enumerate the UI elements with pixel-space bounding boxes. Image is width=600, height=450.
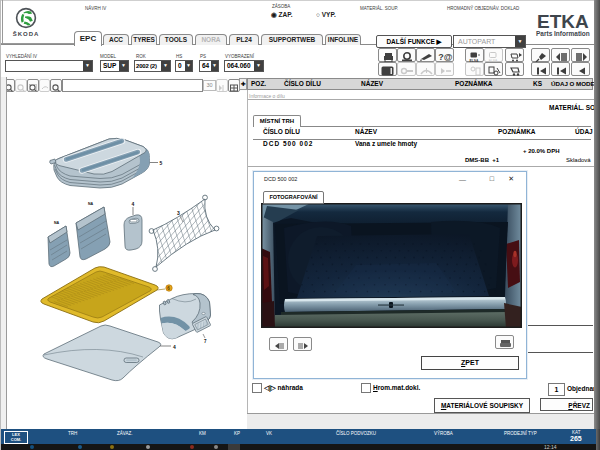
svg-text:?@: ?@ [438,52,452,62]
svg-text:4: 4 [132,201,135,207]
svg-text:6: 6 [167,286,170,291]
svg-text:4: 4 [173,344,176,350]
svg-text:ŠKODA: ŠKODA [13,30,40,37]
svg-text:NA: NA [54,221,60,225]
svg-text:7: 7 [204,339,207,344]
svg-text:NA: NA [88,202,94,206]
svg-text:5: 5 [160,160,163,166]
svg-text:3: 3 [177,210,180,216]
